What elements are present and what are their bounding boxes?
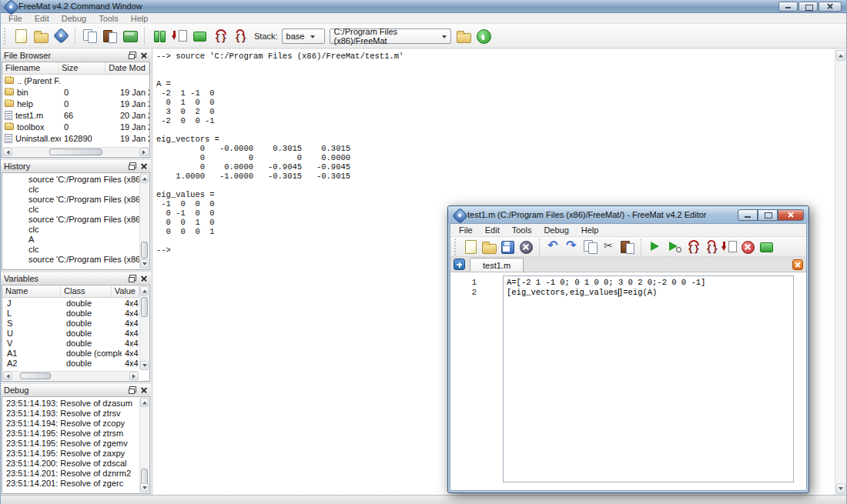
new-file-button[interactable]: [461, 238, 480, 256]
step-into-button[interactable]: [229, 26, 249, 46]
close-tab-button[interactable]: [792, 259, 803, 270]
scroll-thumb[interactable]: [49, 149, 102, 155]
scroll-up-button[interactable]: [836, 50, 845, 61]
scroll-thumb[interactable]: [141, 297, 148, 317]
browse-directory-button[interactable]: [454, 26, 474, 46]
scroll-thumb[interactable]: [20, 372, 51, 379]
column-header[interactable]: Filename: [2, 62, 59, 74]
file-row[interactable]: toolbox 0 19 Jan 201: [2, 121, 149, 132]
history-item[interactable]: clc: [2, 225, 139, 235]
tab-test1m[interactable]: test1.m: [470, 258, 524, 272]
menu-item[interactable]: Tools: [506, 225, 538, 235]
run-selection-button[interactable]: [665, 238, 683, 256]
variable-row[interactable]: U double 4x4 do: [2, 328, 139, 338]
variable-row[interactable]: L double 4x4 do: [2, 308, 139, 318]
undo-button[interactable]: [544, 238, 563, 256]
step-into-button[interactable]: [701, 238, 720, 256]
menu-item[interactable]: Debug: [537, 225, 574, 235]
new-script-button[interactable]: [11, 26, 31, 46]
run-button[interactable]: [646, 238, 665, 256]
close-panel-icon[interactable]: [140, 275, 148, 282]
column-header[interactable]: Size: [59, 62, 105, 74]
variables-vscrollbar[interactable]: [139, 286, 149, 370]
file-row[interactable]: help 0 19 Jan 201: [2, 98, 149, 109]
scroll-up-button[interactable]: [140, 174, 149, 183]
scroll-down-button[interactable]: [140, 361, 149, 370]
history-item[interactable]: A: [2, 235, 139, 245]
resume-button[interactable]: [189, 26, 209, 46]
debug-vscrollbar[interactable]: [139, 398, 149, 492]
copy-button[interactable]: [80, 26, 100, 46]
step-over-button[interactable]: [209, 26, 229, 46]
up-directory-button[interactable]: [474, 26, 494, 46]
redo-button[interactable]: [563, 238, 581, 256]
maximize-button[interactable]: [798, 2, 818, 12]
open-file-button[interactable]: [480, 238, 498, 256]
scroll-down-button[interactable]: [140, 483, 149, 492]
menu-item[interactable]: Edit: [28, 14, 55, 23]
console-vscrollbar[interactable]: [835, 49, 846, 495]
history-item[interactable]: clc: [2, 185, 139, 195]
variables-hscrollbar[interactable]: [3, 371, 139, 380]
step-out-button[interactable]: [720, 238, 738, 256]
variable-row[interactable]: A1 double (complex) 4x4 do: [2, 348, 139, 358]
menu-item[interactable]: Debug: [55, 14, 92, 23]
step-button[interactable]: [169, 26, 189, 46]
float-panel-icon[interactable]: [129, 52, 136, 59]
scroll-left-button[interactable]: [3, 148, 12, 156]
cut-button[interactable]: [600, 238, 618, 256]
close-panel-icon[interactable]: [140, 386, 148, 394]
freemat-about-button[interactable]: [51, 26, 71, 46]
scroll-right-button[interactable]: [129, 372, 139, 380]
paste-button[interactable]: [100, 26, 120, 46]
copy-button[interactable]: [581, 238, 600, 256]
path-dropdown[interactable]: C:/Program Files (x86)/FreeMat: [330, 28, 451, 44]
stack-dropdown[interactable]: base: [282, 28, 325, 44]
menu-item[interactable]: File: [2, 14, 28, 23]
close-panel-icon[interactable]: [140, 162, 148, 170]
float-panel-icon[interactable]: [129, 386, 136, 394]
file-row[interactable]: test1.m 66 20 Jan 201: [2, 109, 149, 121]
history-vscrollbar[interactable]: [139, 174, 149, 269]
abort-button[interactable]: [738, 238, 757, 256]
menu-item[interactable]: Help: [575, 225, 605, 235]
menu-item[interactable]: Help: [125, 14, 155, 23]
variable-row[interactable]: S double 4x4 do: [2, 318, 139, 328]
scroll-up-button[interactable]: [140, 398, 149, 407]
menu-item[interactable]: Tools: [92, 14, 125, 23]
close-file-button[interactable]: [517, 238, 535, 256]
minimize-button[interactable]: [778, 2, 798, 12]
toolbar-handle[interactable]: [4, 28, 8, 45]
stop-button[interactable]: [757, 238, 775, 256]
add-tab-button[interactable]: [454, 259, 465, 270]
scroll-right-button[interactable]: [139, 148, 149, 156]
close-button[interactable]: [819, 2, 842, 12]
history-item[interactable]: source 'C:/Program Files (x86)/Fre...: [2, 195, 139, 205]
pause-button[interactable]: [149, 26, 169, 46]
history-item[interactable]: source 'C:/Program Files (x86)/Fre...: [2, 215, 139, 225]
variable-row[interactable]: A2 double 4x4 do: [2, 358, 139, 368]
scroll-thumb[interactable]: [141, 242, 148, 259]
file-browser-hscrollbar[interactable]: [3, 147, 149, 156]
column-header[interactable]: Value: [112, 285, 139, 297]
history-item[interactable]: source 'C:/Program Files (x86)/Fre...: [2, 255, 139, 265]
menu-item[interactable]: Edit: [479, 225, 506, 235]
save-button[interactable]: [498, 238, 517, 256]
float-panel-icon[interactable]: [129, 275, 136, 282]
variable-row[interactable]: J double 4x4 do: [2, 298, 139, 308]
menu-item[interactable]: File: [453, 225, 479, 235]
file-row[interactable]: .. (Parent F...: [2, 75, 149, 86]
editor-titlebar[interactable]: test1.m (C:/Program Files (x86)/FreeMat/…: [448, 206, 808, 223]
column-header[interactable]: Class: [61, 285, 112, 297]
scroll-down-button[interactable]: [140, 259, 149, 269]
column-header[interactable]: Name: [2, 285, 61, 297]
code-editor[interactable]: A=[-2 1 -1 0; 0 1 0 0; 3 0 2 0;-2 0 0 -1…: [503, 275, 794, 482]
history-item[interactable]: clc: [2, 205, 139, 215]
toolbar-handle[interactable]: [454, 239, 458, 255]
open-file-button[interactable]: [31, 26, 51, 46]
minimize-button[interactable]: [738, 209, 758, 221]
scroll-up-button[interactable]: [140, 286, 149, 295]
close-panel-icon[interactable]: [140, 52, 148, 59]
column-header[interactable]: Date Mod: [105, 62, 149, 74]
paste-button[interactable]: [618, 238, 637, 256]
